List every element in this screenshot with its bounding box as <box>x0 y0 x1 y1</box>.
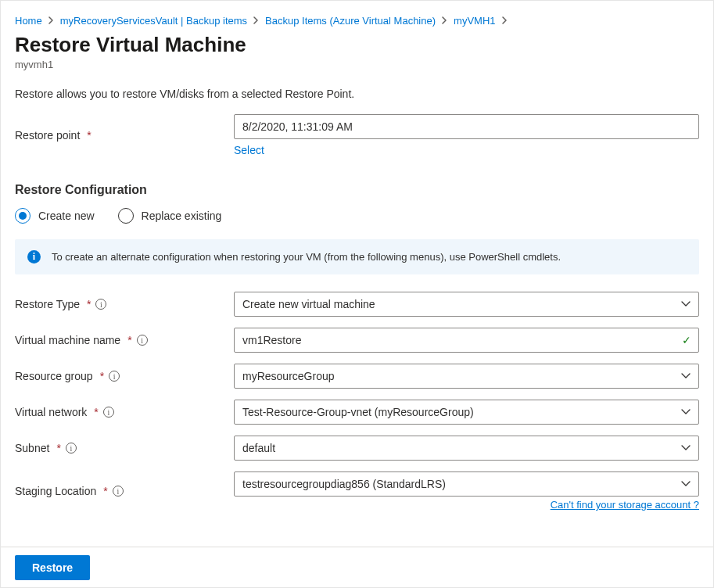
vm-name-row: Virtual machine name * i ✓ <box>15 328 699 353</box>
info-tooltip-icon[interactable]: i <box>137 335 148 346</box>
restore-config-radiogroup: Create new Replace existing <box>15 208 699 224</box>
subnet-value: default <box>242 442 275 454</box>
required-asterisk: * <box>94 406 98 418</box>
chevron-down-icon <box>681 443 691 454</box>
chevron-right-icon <box>253 15 259 27</box>
radio-replace-existing-label: Replace existing <box>142 210 222 222</box>
radio-icon <box>15 208 30 224</box>
radio-replace-existing[interactable]: Replace existing <box>118 208 222 224</box>
restore-button[interactable]: Restore <box>15 555 90 580</box>
breadcrumb-vm[interactable]: myVMH1 <box>454 15 495 27</box>
intro-text: Restore allows you to restore VM/disks f… <box>15 88 699 100</box>
required-asterisk: * <box>87 298 91 310</box>
subnet-label: Subnet * i <box>15 442 234 454</box>
staging-value: testresourcegroupdiag856 (StandardLRS) <box>242 478 446 490</box>
subnet-dropdown[interactable]: default <box>234 436 699 461</box>
staging-dropdown[interactable]: testresourcegroupdiag856 (StandardLRS) <box>234 471 699 497</box>
vnet-value: Test-Resource-Group-vnet (myResourceGrou… <box>242 406 474 418</box>
info-tooltip-icon[interactable]: i <box>109 371 120 382</box>
select-restore-point-link[interactable]: Select <box>234 144 264 156</box>
vm-name-input[interactable] <box>234 328 699 353</box>
restore-type-label-text: Restore Type <box>15 298 80 310</box>
restore-type-row: Restore Type * i Create new virtual mach… <box>15 292 699 317</box>
storage-account-help-link[interactable]: Can't find your storage account ? <box>551 499 699 511</box>
chevron-right-icon <box>502 15 508 27</box>
restore-type-dropdown[interactable]: Create new virtual machine <box>234 292 699 317</box>
subnet-row: Subnet * i default <box>15 436 699 461</box>
info-banner: i To create an alternate configuration w… <box>15 239 699 274</box>
chevron-down-icon <box>681 371 691 382</box>
info-tooltip-icon[interactable]: i <box>95 299 106 310</box>
vnet-row: Virtual network * i Test-Resource-Group-… <box>15 400 699 425</box>
required-asterisk: * <box>127 334 131 346</box>
restore-point-label: Restore point * <box>15 129 234 142</box>
page-subtitle: myvmh1 <box>15 59 699 70</box>
restore-point-label-text: Restore point <box>15 129 80 142</box>
resource-group-row: Resource group * i myResourceGroup <box>15 364 699 389</box>
required-asterisk: * <box>56 442 60 454</box>
staging-label-text: Staging Location <box>15 485 96 497</box>
chevron-right-icon <box>442 15 447 27</box>
chevron-right-icon <box>48 15 54 27</box>
staging-row: Staging Location * i testresourcegroupdi… <box>15 471 699 511</box>
required-asterisk: * <box>87 129 91 142</box>
vnet-label-text: Virtual network <box>15 406 87 418</box>
restore-point-row: Restore point * Select <box>15 114 699 156</box>
staging-label: Staging Location * i <box>15 485 234 497</box>
info-tooltip-icon[interactable]: i <box>66 443 77 454</box>
required-asterisk: * <box>100 370 104 382</box>
restore-point-input[interactable] <box>234 114 699 139</box>
vnet-label: Virtual network * i <box>15 406 234 418</box>
vnet-dropdown[interactable]: Test-Resource-Group-vnet (myResourceGrou… <box>234 400 699 425</box>
info-tooltip-icon[interactable]: i <box>113 486 124 497</box>
resource-group-label-text: Resource group <box>15 370 93 382</box>
breadcrumb-backup-items[interactable]: Backup Items (Azure Virtual Machine) <box>265 15 436 27</box>
subnet-label-text: Subnet <box>15 442 49 454</box>
breadcrumb-home[interactable]: Home <box>15 15 42 27</box>
restore-type-label: Restore Type * i <box>15 298 234 310</box>
info-icon: i <box>27 250 41 264</box>
restore-type-value: Create new virtual machine <box>242 298 375 310</box>
breadcrumb-vault[interactable]: myRecoveryServicesVault | Backup items <box>60 15 247 27</box>
radio-create-new-label: Create new <box>38 210 95 222</box>
restore-configuration-header: Restore Configuration <box>15 183 699 197</box>
info-tooltip-icon[interactable]: i <box>103 407 114 418</box>
chevron-down-icon <box>681 407 691 418</box>
breadcrumb: Home myRecoveryServicesVault | Backup it… <box>15 15 699 27</box>
resource-group-label: Resource group * i <box>15 370 234 382</box>
vm-name-label: Virtual machine name * i <box>15 334 234 346</box>
required-asterisk: * <box>103 485 107 497</box>
radio-create-new[interactable]: Create new <box>15 208 95 224</box>
valid-check-icon: ✓ <box>682 334 691 346</box>
vm-name-label-text: Virtual machine name <box>15 334 120 346</box>
page-title: Restore Virtual Machine <box>15 33 699 57</box>
chevron-down-icon <box>681 299 691 310</box>
chevron-down-icon <box>681 479 691 489</box>
resource-group-dropdown[interactable]: myResourceGroup <box>234 364 699 389</box>
info-banner-text: To create an alternate configuration whe… <box>52 251 561 263</box>
footer-bar: Restore <box>1 547 713 587</box>
resource-group-value: myResourceGroup <box>242 370 335 382</box>
radio-icon <box>118 208 134 224</box>
